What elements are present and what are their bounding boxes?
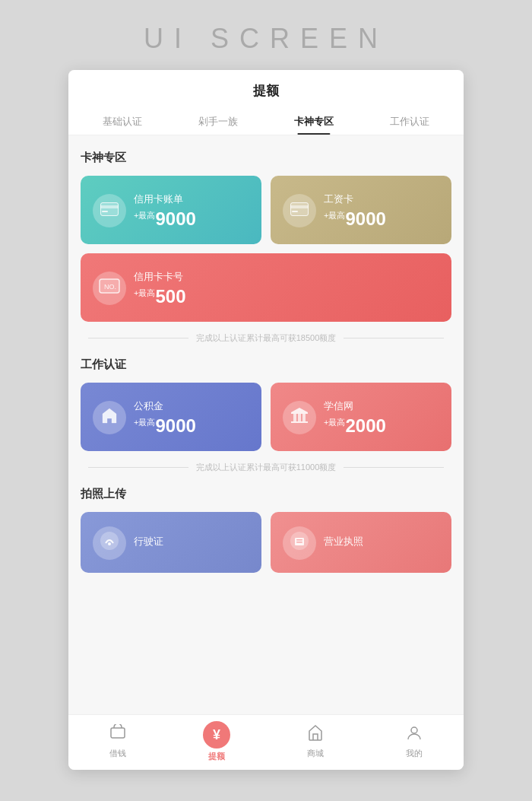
card-title-business: 营业执照 [324, 535, 363, 548]
section-title-work: 工作认证 [81, 358, 451, 372]
bottom-nav-borrow-label: 借钱 [109, 748, 126, 759]
svg-rect-17 [296, 542, 302, 543]
card-amount-credit: +最高9000 [134, 209, 196, 229]
card-text-salary: 工资卡 +最高9000 [324, 192, 386, 229]
svg-rect-0 [101, 203, 119, 216]
card-title-creditno: 信用卡卡号 [134, 270, 185, 284]
salary-card-icon [290, 201, 309, 221]
card-text-business: 营业执照 [324, 535, 363, 551]
shop-icon [307, 724, 324, 745]
bottom-nav-mine-label: 我的 [406, 748, 423, 759]
bottom-nav-mine[interactable]: 我的 [365, 724, 464, 759]
xuexin-superscript: +最高 [324, 418, 345, 427]
card-title-xuexin: 学信网 [324, 399, 386, 413]
card-text-creditno: 信用卡卡号 +最高500 [134, 270, 185, 307]
card-icon-wrap-xuexin [283, 401, 316, 434]
svg-rect-4 [290, 205, 309, 208]
card-text-xuexin: 学信网 +最高2000 [324, 399, 386, 436]
card-amount-salary: +最高9000 [324, 209, 386, 229]
content-area: 卡神专区 信用卡账单 [68, 135, 464, 714]
card-amount-creditno: +最高500 [134, 287, 185, 307]
salary-superscript: +最高 [324, 211, 345, 220]
section-photo: 拍照上传 行驶证 [81, 487, 451, 573]
bottom-nav-raise[interactable]: ¥ 提额 [167, 721, 266, 762]
svg-text:NO.: NO. [104, 283, 116, 291]
phone-frame: 提额 基础认证 剁手一族 卡神专区 工作认证 卡神专区 [68, 70, 464, 770]
card-icon-wrap-creditno: NO. [93, 272, 126, 305]
svg-rect-9 [298, 414, 301, 421]
card-provident[interactable]: 公积金 +最高9000 [81, 383, 261, 451]
card-icon-wrap-provident [93, 401, 126, 434]
ui-screen-label: UI SCREEN [144, 23, 388, 55]
credit-card-icon [100, 201, 119, 221]
card-grid-work: 公积金 +最高9000 [81, 383, 451, 451]
card-icon-wrap-credit [93, 194, 126, 227]
creditno-superscript: +最高 [134, 288, 155, 297]
card-credit-bill[interactable]: 信用卡账单 +最高9000 [81, 176, 261, 244]
xuexin-icon [290, 406, 309, 429]
driving-icon [100, 531, 119, 555]
bottom-nav-shop[interactable]: 商城 [266, 724, 365, 759]
provident-icon [100, 406, 119, 429]
raise-icon: ¥ [203, 721, 230, 749]
credit-superscript: +最高 [134, 211, 155, 220]
section-work-auth: 工作认证 公积金 +最高9000 [81, 358, 451, 473]
bottom-nav: 借钱 ¥ 提额 商城 我的 [68, 714, 464, 770]
card-amount-provident: +最高9000 [134, 416, 196, 436]
card-title-provident: 公积金 [134, 399, 196, 413]
card-driving-license[interactable]: 行驶证 [81, 512, 261, 573]
card-text-provident: 公积金 +最高9000 [134, 399, 196, 436]
card-title-salary: 工资卡 [324, 192, 386, 206]
mine-icon [406, 724, 423, 745]
svg-point-19 [411, 727, 417, 733]
top-nav: 提额 基础认证 剁手一族 卡神专区 工作认证 [68, 70, 464, 135]
card-salary[interactable]: 工资卡 +最高9000 [271, 176, 451, 244]
credit-no-icon: NO. [99, 278, 120, 298]
svg-point-13 [108, 542, 111, 545]
section-title-photo: 拍照上传 [81, 487, 451, 501]
section-card-zone: 卡神专区 信用卡账单 [81, 151, 451, 344]
borrow-icon [109, 724, 126, 745]
card-icon-wrap-business [283, 526, 316, 560]
svg-rect-18 [111, 728, 125, 738]
page-title: 提额 [68, 82, 464, 109]
svg-rect-10 [302, 414, 306, 421]
bottom-nav-borrow[interactable]: 借钱 [68, 724, 167, 759]
bottom-nav-raise-label: 提额 [208, 751, 225, 762]
svg-rect-11 [291, 421, 308, 423]
divider-zone1: 完成以上认证累计最高可获18500额度 [81, 332, 451, 344]
section-title-card-zone: 卡神专区 [81, 151, 451, 165]
bottom-nav-shop-label: 商城 [307, 748, 324, 759]
svg-rect-3 [291, 203, 309, 216]
card-amount-xuexin: +最高2000 [324, 416, 386, 436]
card-icon-wrap-driving [93, 526, 126, 560]
tab-card-zone[interactable]: 卡神专区 [287, 109, 341, 135]
card-credit-number[interactable]: NO. 信用卡卡号 +最高500 [81, 253, 451, 322]
tab-row: 基础认证 剁手一族 卡神专区 工作认证 [68, 109, 464, 135]
card-title-credit: 信用卡账单 [134, 192, 196, 206]
card-text-driving: 行驶证 [134, 535, 163, 551]
card-text-credit: 信用卡账单 +最高9000 [134, 192, 196, 229]
svg-rect-1 [100, 205, 119, 208]
card-grid-photo: 行驶证 [81, 512, 451, 573]
tab-basic-auth[interactable]: 基础认证 [95, 109, 150, 135]
tab-work-auth[interactable]: 工作认证 [382, 109, 437, 135]
card-icon-wrap-salary [283, 194, 316, 227]
svg-rect-8 [293, 414, 296, 421]
svg-rect-2 [102, 211, 108, 212]
card-xuexin[interactable]: 学信网 +最高2000 [271, 383, 451, 451]
card-grid-zone1: 信用卡账单 +最高9000 [81, 176, 451, 244]
tab-shopper[interactable]: 剁手一族 [191, 109, 245, 135]
provident-superscript: +最高 [134, 418, 155, 427]
business-icon [290, 531, 309, 555]
svg-rect-5 [292, 211, 298, 212]
card-title-driving: 行驶证 [134, 535, 163, 548]
svg-rect-16 [296, 539, 302, 541]
card-business-license[interactable]: 营业执照 [271, 512, 451, 573]
card-grid-zone1-single: NO. 信用卡卡号 +最高500 [81, 253, 451, 322]
divider-work: 完成以上认证累计最高可获11000额度 [81, 462, 451, 473]
